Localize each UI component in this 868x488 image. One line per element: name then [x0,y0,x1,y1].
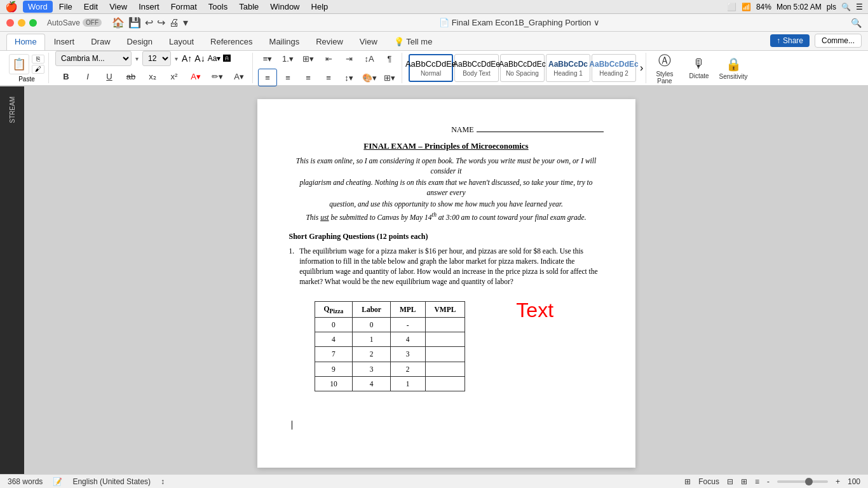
highlight-button[interactable]: ✏▾ [208,67,227,85]
table-cell [425,376,465,391]
font-color-button[interactable]: A▾ [186,67,205,85]
print-icon[interactable]: 🖨 [169,17,179,29]
menu-insert[interactable]: Insert [133,1,165,13]
style-body[interactable]: AaBbCcDdEe Body Text [454,54,499,82]
format-aa[interactable]: Aa▾ [208,54,221,63]
align-center-button[interactable]: ≡ [278,69,297,86]
focus-label[interactable]: Focus [698,477,719,486]
track-changes-icon[interactable]: ↕ [161,477,165,486]
format-painter-icon[interactable]: 🖌 [32,65,44,74]
shading-button[interactable]: 🎨▾ [360,69,379,86]
font-size-selector[interactable]: 12 [142,51,171,66]
menu-table[interactable]: Table [234,1,264,13]
increase-indent-button[interactable]: ⇥ [339,50,358,67]
underline-button[interactable]: U [100,67,119,85]
font-selector[interactable]: Cambria M... [55,51,132,66]
styles-more-icon[interactable]: › [637,62,646,74]
more-icon[interactable]: ▾ [183,17,188,29]
bold-button[interactable]: B [57,67,76,85]
show-hide-button[interactable]: ¶ [380,50,399,67]
autosave-toggle[interactable]: AutoSave OFF [47,18,102,27]
style-no-spacing[interactable]: AaBbCcDdEc No Spacing [500,54,545,82]
sidebar-label: STREAM [9,97,16,123]
tab-layout[interactable]: Layout [161,34,201,50]
decrease-indent-button[interactable]: ⇤ [319,50,338,67]
text-effects-button[interactable]: A▾ [229,67,248,85]
align-left-button[interactable]: ≡ [258,69,277,86]
zoom-in-button[interactable]: + [836,477,840,486]
maximize-button[interactable] [29,19,37,27]
numbering-button[interactable]: 1.▾ [278,50,297,67]
table-cell: 2 [390,362,425,376]
menu-view[interactable]: View [104,1,132,13]
style-normal[interactable]: AaBbCcDdEe Normal [409,54,453,82]
table-cell: 10 [315,376,353,391]
home-icon[interactable]: 🏠 [112,17,125,29]
apple-menu[interactable]: 🍎 [5,1,18,13]
clear-format-icon[interactable]: 🅰 [223,54,231,63]
sensitivity-button[interactable]: 🔒 Sensitivity [717,53,749,83]
decrease-font-icon[interactable]: A↓ [194,53,205,64]
ribbon-tabs: Home Insert Draw Design Layout Reference… [0,32,868,51]
line-spacing-button[interactable]: ↕▾ [339,69,358,86]
subscript-button[interactable]: x₂ [143,67,162,85]
dictate-button[interactable]: 🎙 Dictate [683,53,715,83]
control-strip[interactable]: ☰ [856,3,863,11]
document-area[interactable]: NAME FINAL EXAM – Principles of Microeco… [24,86,868,474]
view-layout-icon[interactable]: ⊟ [727,477,733,486]
styles-pane-button[interactable]: Ⓐ StylesPane [649,53,681,83]
menu-file[interactable]: File [54,1,78,13]
size-chevron[interactable]: ▾ [173,55,179,62]
menu-word[interactable]: Word [23,1,53,13]
view-outline-icon[interactable]: ≡ [755,477,759,486]
tab-mailings[interactable]: Mailings [262,34,308,50]
tab-insert[interactable]: Insert [46,34,83,50]
exam-line2: plagiarism and cheating. Nothing is on t… [289,177,604,198]
question-number: 1. [289,246,295,292]
menu-help[interactable]: Help [306,1,334,13]
tab-home[interactable]: Home [6,34,45,50]
bullets-button[interactable]: ≡▾ [258,50,277,67]
tab-review[interactable]: Review [308,34,351,50]
comment-button[interactable]: Comme... [815,34,862,48]
sort-button[interactable]: ↕A [360,50,379,67]
view-web-icon[interactable]: ⊞ [741,477,747,486]
save-icon[interactable]: 💾 [128,17,141,29]
language[interactable]: English (United States) [72,477,151,486]
search-icon[interactable]: 🔍 [851,18,862,28]
strikethrough-button[interactable]: ab [121,67,140,85]
font-chevron[interactable]: ▾ [134,55,140,62]
text-cursor[interactable] [292,421,604,433]
proofing-icon[interactable]: 📝 [53,477,62,486]
paste-area[interactable]: 📋 [9,54,29,74]
tab-draw[interactable]: Draw [83,34,118,50]
zoom-slider[interactable] [777,480,828,483]
tab-design[interactable]: Design [119,34,160,50]
menu-window[interactable]: Window [265,1,304,13]
zoom-thumb [805,478,813,485]
close-button[interactable] [6,19,14,27]
redo-icon[interactable]: ↪ [157,17,165,29]
copy-icon[interactable]: ⎘ [32,55,44,64]
minimize-button[interactable] [18,19,25,27]
justify-button[interactable]: ≡ [319,69,338,86]
menu-format[interactable]: Format [166,1,202,13]
tab-references[interactable]: References [203,34,260,50]
tab-view[interactable]: View [352,34,385,50]
undo-icon[interactable]: ↩ [145,17,153,29]
menu-edit[interactable]: Edit [79,1,103,13]
search-menubar[interactable]: 🔍 [841,3,851,11]
style-heading2[interactable]: AaBbCcDdEc Heading 2 [592,54,636,82]
style-heading1[interactable]: AaBbCcDc Heading 1 [546,54,590,82]
italic-button[interactable]: I [78,67,97,85]
align-right-button[interactable]: ≡ [299,69,318,86]
paragraph-top-row: ≡▾ 1.▾ ⊞▾ ⇤ ⇥ ↕A ¶ [258,50,399,67]
menu-tools[interactable]: Tools [203,1,233,13]
zoom-out-button[interactable]: - [767,477,770,486]
borders-button[interactable]: ⊞▾ [380,69,399,86]
superscript-button[interactable]: x² [165,67,184,85]
increase-font-icon[interactable]: A↑ [182,53,192,64]
share-button[interactable]: ↑ Share [770,34,810,47]
tab-tell-me[interactable]: 💡 Tell me [386,34,440,50]
multilevel-button[interactable]: ⊞▾ [299,50,318,67]
